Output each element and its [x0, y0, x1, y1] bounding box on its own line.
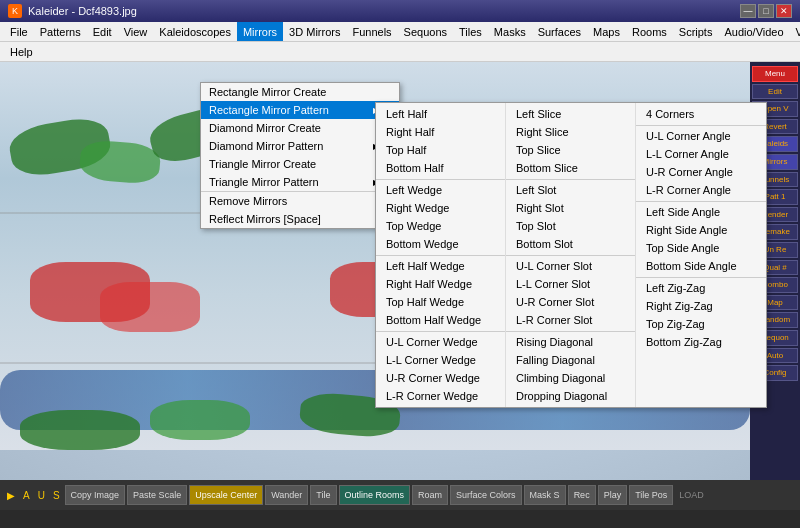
- submenu-left-half-wedge[interactable]: Left Half Wedge: [376, 255, 505, 275]
- submenu-climbing-diagonal[interactable]: Climbing Diagonal: [506, 369, 635, 387]
- submenu-bottom-wedge[interactable]: Bottom Wedge: [376, 235, 505, 253]
- submenu-bottom-slot[interactable]: Bottom Slot: [506, 235, 635, 253]
- menu-patterns[interactable]: Patterns: [34, 22, 87, 41]
- submenu-ll-corner-slot[interactable]: L-L Corner Slot: [506, 275, 635, 293]
- menu-kaleidoscopes[interactable]: Kaleidoscopes: [153, 22, 237, 41]
- sidebar-btn-menu[interactable]: Menu: [752, 66, 798, 82]
- menu-edit[interactable]: Edit: [87, 22, 118, 41]
- submenu-right-half-wedge[interactable]: Right Half Wedge: [376, 275, 505, 293]
- submenu-rising-diagonal[interactable]: Rising Diagonal: [506, 331, 635, 351]
- submenu-bottom-half-wedge[interactable]: Bottom Half Wedge: [376, 311, 505, 329]
- status-rec[interactable]: Rec: [568, 485, 596, 505]
- menu-masks[interactable]: Masks: [488, 22, 532, 41]
- submenu-col-3: 4 Corners U-L Corner Angle L-L Corner An…: [636, 103, 766, 407]
- submenu-4-corners[interactable]: 4 Corners: [636, 105, 766, 123]
- window-title: Kaleider - Dcf4893.jpg: [28, 5, 137, 17]
- submenu-col-1: Left Half Right Half Top Half Bottom Hal…: [376, 103, 506, 407]
- title-bar-left: K Kaleider - Dcf4893.jpg: [8, 4, 137, 18]
- maximize-button[interactable]: □: [758, 4, 774, 18]
- dropdown-rect-create[interactable]: Rectangle Mirror Create: [201, 83, 399, 101]
- status-paste-scale[interactable]: Paste Scale: [127, 485, 187, 505]
- status-bar: ▶ A U S Copy Image Paste Scale Upscale C…: [0, 480, 800, 510]
- minimize-button[interactable]: —: [740, 4, 756, 18]
- status-play[interactable]: Play: [598, 485, 628, 505]
- dropdown-remove-mirrors[interactable]: Remove Mirrors: [201, 191, 399, 210]
- status-outline-rooms[interactable]: Outline Rooms: [339, 485, 411, 505]
- title-bar: K Kaleider - Dcf4893.jpg — □ ✕: [0, 0, 800, 22]
- submenu-right-wedge[interactable]: Right Wedge: [376, 199, 505, 217]
- submenu-top-half-wedge[interactable]: Top Half Wedge: [376, 293, 505, 311]
- submenu-dropping-diagonal[interactable]: Dropping Diagonal: [506, 387, 635, 405]
- status-tile[interactable]: Tile: [310, 485, 336, 505]
- submenu-top-slice[interactable]: Top Slice: [506, 141, 635, 159]
- close-button[interactable]: ✕: [776, 4, 792, 18]
- menu-mirrors[interactable]: Mirrors: [237, 22, 283, 41]
- menu-help[interactable]: Help: [4, 42, 39, 61]
- menu-vj[interactable]: VJ: [790, 22, 800, 41]
- menu-audiovideo[interactable]: Audio/Video: [718, 22, 789, 41]
- status-surface-colors[interactable]: Surface Colors: [450, 485, 522, 505]
- submenu-lr-corner-slot[interactable]: L-R Corner Slot: [506, 311, 635, 329]
- submenu-bottom-slice[interactable]: Bottom Slice: [506, 159, 635, 177]
- submenu-ur-corner-wedge[interactable]: U-R Corner Wedge: [376, 369, 505, 387]
- menu-rooms[interactable]: Rooms: [626, 22, 673, 41]
- submenu-col-2: Left Slice Right Slice Top Slice Bottom …: [506, 103, 636, 407]
- dropdown-triangle-pattern[interactable]: Triangle Mirror Pattern ▶: [201, 173, 399, 191]
- submenu-top-slot[interactable]: Top Slot: [506, 217, 635, 235]
- submenu-ll-corner-wedge[interactable]: L-L Corner Wedge: [376, 351, 505, 369]
- menu-bar-secondary: Help: [0, 42, 800, 62]
- submenu-top-side-angle[interactable]: Top Side Angle: [636, 239, 766, 257]
- menu-scripts[interactable]: Scripts: [673, 22, 719, 41]
- menu-maps[interactable]: Maps: [587, 22, 626, 41]
- status-copy-image[interactable]: Copy Image: [65, 485, 126, 505]
- submenu-left-half[interactable]: Left Half: [376, 105, 505, 123]
- menu-tiles[interactable]: Tiles: [453, 22, 488, 41]
- status-roam[interactable]: Roam: [412, 485, 448, 505]
- status-upscale-center[interactable]: Upscale Center: [189, 485, 263, 505]
- sidebar-btn-edit[interactable]: Edit: [752, 84, 798, 100]
- submenu-left-side-angle[interactable]: Left Side Angle: [636, 201, 766, 221]
- menu-view[interactable]: View: [118, 22, 154, 41]
- submenu-ul-corner-slot[interactable]: U-L Corner Slot: [506, 255, 635, 275]
- dropdown-reflect-mirrors[interactable]: Reflect Mirrors [Space]: [201, 210, 399, 228]
- submenu-top-wedge[interactable]: Top Wedge: [376, 217, 505, 235]
- submenu-falling-diagonal[interactable]: Falling Diagonal: [506, 351, 635, 369]
- submenu-lr-corner-wedge[interactable]: L-R Corner Wedge: [376, 387, 505, 405]
- dropdown-diamond-pattern[interactable]: Diamond Mirror Pattern ▶: [201, 137, 399, 155]
- submenu-ul-corner-angle[interactable]: U-L Corner Angle: [636, 125, 766, 145]
- indicator-a: A: [20, 490, 33, 501]
- submenu-right-zig-zag[interactable]: Right Zig-Zag: [636, 297, 766, 315]
- dropdown-triangle-create[interactable]: Triangle Mirror Create: [201, 155, 399, 173]
- menu-surfaces[interactable]: Surfaces: [532, 22, 587, 41]
- menu-file[interactable]: File: [4, 22, 34, 41]
- menu-3d-mirrors[interactable]: 3D Mirrors: [283, 22, 346, 41]
- submenu-left-slot[interactable]: Left Slot: [506, 179, 635, 199]
- submenu-right-slot[interactable]: Right Slot: [506, 199, 635, 217]
- status-tile-pos[interactable]: Tile Pos: [629, 485, 673, 505]
- app-icon: K: [8, 4, 22, 18]
- submenu-bottom-zig-zag[interactable]: Bottom Zig-Zag: [636, 333, 766, 351]
- submenu-ll-corner-angle[interactable]: L-L Corner Angle: [636, 145, 766, 163]
- submenu-left-slice[interactable]: Left Slice: [506, 105, 635, 123]
- status-wander[interactable]: Wander: [265, 485, 308, 505]
- submenu-bottom-half[interactable]: Bottom Half: [376, 159, 505, 177]
- submenu-ur-corner-angle[interactable]: U-R Corner Angle: [636, 163, 766, 181]
- submenu-right-half[interactable]: Right Half: [376, 123, 505, 141]
- submenu-lr-corner-angle[interactable]: L-R Corner Angle: [636, 181, 766, 199]
- submenu-right-slice[interactable]: Right Slice: [506, 123, 635, 141]
- submenu-ul-corner-wedge[interactable]: U-L Corner Wedge: [376, 331, 505, 351]
- submenu-bottom-side-angle[interactable]: Bottom Side Angle: [636, 257, 766, 275]
- window-controls[interactable]: — □ ✕: [740, 4, 792, 18]
- dropdown-diamond-create[interactable]: Diamond Mirror Create: [201, 119, 399, 137]
- submenu-left-zig-zag[interactable]: Left Zig-Zag: [636, 277, 766, 297]
- dropdown-rect-pattern[interactable]: Rectangle Mirror Pattern ▶: [201, 101, 399, 119]
- status-mask[interactable]: Mask S: [524, 485, 566, 505]
- mirrors-dropdown: Rectangle Mirror Create Rectangle Mirror…: [200, 82, 400, 229]
- submenu-top-half[interactable]: Top Half: [376, 141, 505, 159]
- submenu-left-wedge[interactable]: Left Wedge: [376, 179, 505, 199]
- submenu-top-zig-zag[interactable]: Top Zig-Zag: [636, 315, 766, 333]
- menu-sequons[interactable]: Sequons: [398, 22, 453, 41]
- submenu-ur-corner-slot[interactable]: U-R Corner Slot: [506, 293, 635, 311]
- menu-funnels[interactable]: Funnels: [346, 22, 397, 41]
- submenu-right-side-angle[interactable]: Right Side Angle: [636, 221, 766, 239]
